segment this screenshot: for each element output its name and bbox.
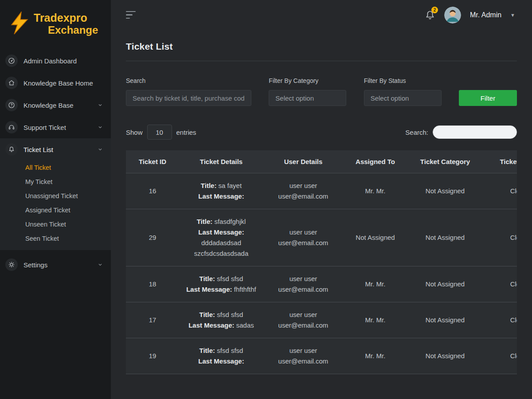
brand-logo[interactable]: Tradexpro Exchange <box>0 0 111 50</box>
sidebar-item-knowledge-base[interactable]: Knowledge Base <box>0 94 111 116</box>
sidebar-item-admin-dashboard[interactable]: Admin Dashboard <box>0 50 111 72</box>
table-controls: Show 10 entries Search: <box>126 125 517 140</box>
cell-ticket-details: Title: sfsd sfsd Last Message: fhfthfthf <box>179 266 263 302</box>
avatar[interactable] <box>444 7 461 23</box>
last-message-label: Last Message: <box>198 357 244 365</box>
category-select[interactable]: Select option <box>269 90 346 106</box>
cell-user-details: user user user@email.com <box>263 209 343 266</box>
sidebar-subitem-assigned-ticket[interactable]: Assigned Ticket <box>0 203 111 217</box>
filter-button[interactable]: Filter <box>459 90 517 106</box>
col-header-ticket-status[interactable]: Ticket Status <box>483 150 517 173</box>
col-header-ticket-category[interactable]: Ticket Category <box>407 150 483 173</box>
status-filter-label: Filter By Status <box>364 77 442 84</box>
last-message-label: Last Message: <box>198 228 244 236</box>
sidebar-subitem-unassigned-ticket[interactable]: Unassigned Ticket <box>0 189 111 203</box>
sidebar-item-label: Settings <box>23 261 92 269</box>
last-message-label: Last Message: <box>188 321 234 329</box>
col-header-assigned-to[interactable]: Assigned To <box>343 150 407 173</box>
cell-ticket-status: Closed <box>483 338 517 374</box>
last-message: dddadasdsad szcfsdcsdasdsada <box>194 239 249 257</box>
headset-icon <box>5 121 18 133</box>
cell-ticket-category: Not Assigned <box>407 302 483 338</box>
sidebar-item-label: Ticket List <box>23 146 92 153</box>
title-label: Title: <box>197 218 213 225</box>
title-label: Title: <box>200 347 215 354</box>
user-name[interactable]: Mr. Admin <box>470 11 501 19</box>
user-name-text: user user <box>267 309 340 320</box>
show-label: Show <box>126 129 143 136</box>
last-message-label: Last Message: <box>186 286 232 293</box>
ticket-search-input[interactable] <box>126 90 251 106</box>
col-header-user-details[interactable]: User Details <box>263 150 343 173</box>
category-field-group: Filter By Category Select option <box>269 77 346 106</box>
bell-icon <box>5 143 18 156</box>
chevron-down-icon <box>98 262 103 267</box>
table-row[interactable]: 18 Title: sfsd sfsd Last Message: fhfthf… <box>126 266 517 302</box>
cell-ticket-id: 29 <box>126 209 179 266</box>
sidebar-subitem-my-ticket[interactable]: My Ticket <box>0 175 111 189</box>
sidebar-nav: Admin Dashboard Knowledge Base Home Know… <box>0 50 111 276</box>
cell-user-details: user user user@email.com <box>263 302 343 338</box>
table-search-label: Search: <box>405 129 428 136</box>
cell-assigned-to: Mr. Mr. <box>343 338 407 374</box>
table-row[interactable]: 29 Title: sfasdfghjkl Last Message: ddda… <box>126 209 517 266</box>
cell-ticket-details: Title: sfsd sfsd Last Message: sadas <box>179 302 263 338</box>
sidebar-item-settings[interactable]: Settings <box>0 254 111 276</box>
lightning-bolt-icon <box>10 12 29 36</box>
cell-assigned-to: Mr. Mr. <box>343 266 407 302</box>
user-name-text: user user <box>267 180 340 191</box>
title-label: Title: <box>200 275 215 282</box>
cell-user-details: user user user@email.com <box>263 173 343 209</box>
entries-control: Show 10 entries <box>126 125 196 140</box>
entries-select[interactable]: 10 <box>147 125 172 140</box>
sidebar-item-label: Admin Dashboard <box>23 57 103 65</box>
sidebar-subitem-all-ticket[interactable]: All Ticket <box>0 160 111 175</box>
cell-ticket-status: Closed <box>483 173 517 209</box>
sidebar-subitem-seen-ticket[interactable]: Seen Ticket <box>0 231 111 246</box>
sidebar-item-label: Knowledge Base Home <box>23 79 103 87</box>
search-label: Search <box>126 77 251 84</box>
chevron-down-icon <box>98 125 103 130</box>
cell-ticket-id: 18 <box>126 266 179 302</box>
cell-ticket-id: 19 <box>126 338 179 374</box>
cell-assigned-to: Mr. Mr. <box>343 302 407 338</box>
title-divider <box>126 61 517 61</box>
ticket-title: sfsd sfsd <box>217 275 243 282</box>
brand-line1: Tradexpro <box>34 12 98 24</box>
sidebar-item-ticket-list[interactable]: Ticket List <box>0 138 111 160</box>
chevron-down-icon[interactable]: ▼ <box>510 12 515 18</box>
notification-bell-icon[interactable]: 2 <box>425 10 435 20</box>
table-row[interactable]: 16 Title: sa fayet Last Message: user us… <box>126 173 517 209</box>
cell-ticket-details: Title: sfasdfghjkl Last Message: dddadas… <box>179 209 263 266</box>
table-search-input[interactable] <box>433 125 517 139</box>
ticket-title: sfasdfghjkl <box>214 218 246 225</box>
cell-user-details: user user user@email.com <box>263 338 343 374</box>
category-filter-label: Filter By Category <box>269 77 346 84</box>
status-field-group: Filter By Status Select option <box>364 77 442 106</box>
sidebar-item-knowledge-base-home[interactable]: Knowledge Base Home <box>0 72 111 94</box>
table-row[interactable]: 19 Title: sfsd sfsd Last Message: user u… <box>126 338 517 374</box>
topbar: 2 Mr. Admin ▼ <box>111 0 532 30</box>
user-name-text: user user <box>267 274 340 284</box>
user-email: user@email.com <box>267 320 340 331</box>
entries-label: entries <box>176 129 196 136</box>
col-header-ticket-details[interactable]: Ticket Details <box>179 150 263 173</box>
cell-ticket-category: Not Assigned <box>407 209 483 266</box>
ticket-title: sa fayet <box>219 182 242 189</box>
chevron-down-icon <box>98 102 103 108</box>
page-title: Ticket List <box>126 41 517 52</box>
hamburger-menu-icon[interactable] <box>124 8 137 22</box>
table-row[interactable]: 17 Title: sfsd sfsd Last Message: sadas … <box>126 302 517 338</box>
status-select[interactable]: Select option <box>364 90 442 106</box>
sidebar-item-label: Knowledge Base <box>23 102 92 109</box>
topbar-right: 2 Mr. Admin ▼ <box>425 7 515 23</box>
sidebar-item-support-ticket[interactable]: Support Ticket <box>0 116 111 138</box>
sidebar-subitem-unseen-ticket[interactable]: Unseen Ticket <box>0 217 111 231</box>
user-email: user@email.com <box>267 356 340 367</box>
dashboard-icon <box>5 55 18 67</box>
chevron-down-icon <box>98 147 103 152</box>
col-header-ticket-id[interactable]: Ticket ID <box>126 150 179 173</box>
ticket-title: sfsd sfsd <box>217 311 243 318</box>
ticket-title: sfsd sfsd <box>217 347 243 354</box>
cell-ticket-id: 16 <box>126 173 179 209</box>
